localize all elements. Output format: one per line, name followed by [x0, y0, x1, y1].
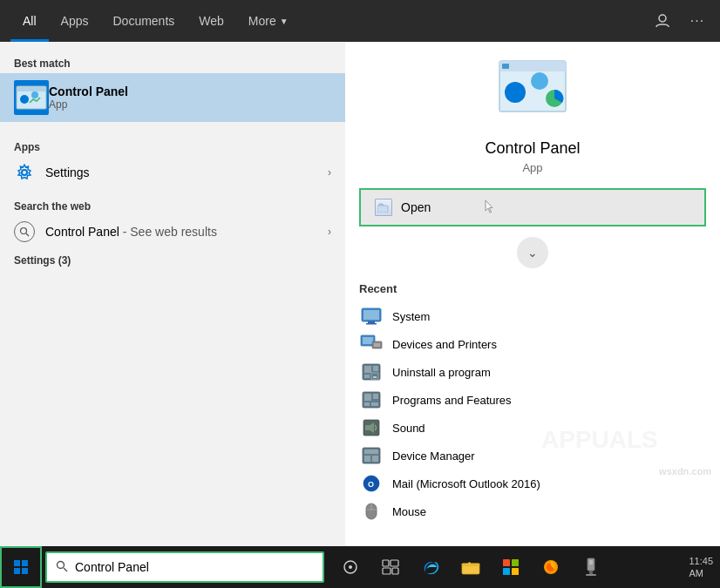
svg-rect-52: [383, 568, 391, 574]
taskbar: 11:45 AM: [0, 546, 720, 588]
recent-section: Recent System: [359, 279, 706, 525]
web-search-arrow-icon: ›: [328, 226, 331, 238]
svg-point-3: [20, 95, 29, 104]
web-search-query: Control Panel - See web results: [45, 225, 328, 239]
search-icon-svg: [56, 560, 68, 572]
svg-rect-63: [589, 571, 593, 574]
device-manager-icon: [359, 446, 384, 465]
svg-point-11: [531, 72, 548, 90]
open-icon-svg: [377, 203, 390, 213]
gear-icon: [16, 164, 33, 181]
taskbar-right: 11:45 AM: [689, 555, 720, 580]
firefox-button[interactable]: [532, 546, 570, 588]
svg-rect-33: [371, 402, 378, 406]
svg-text:O: O: [368, 480, 374, 489]
open-label: Open: [401, 200, 431, 214]
svg-rect-39: [372, 456, 378, 462]
best-match-label: Best match: [0, 52, 345, 73]
settings-list-item[interactable]: Settings ›: [0, 157, 345, 188]
file-explorer-button[interactable]: [452, 546, 490, 588]
settings-arrow-icon: ›: [328, 166, 331, 179]
nav-web-label: Web: [199, 14, 224, 28]
recent-devices-printers[interactable]: Devices and Printers: [359, 330, 706, 358]
more-chevron-icon: ▼: [280, 17, 289, 26]
nav-more[interactable]: More ▼: [236, 0, 301, 42]
sound-icon: [359, 418, 384, 437]
svg-rect-16: [363, 310, 379, 320]
device-manager-label: Device Manager: [392, 449, 475, 463]
file-explorer-icon: [461, 559, 480, 575]
nav-apps-label: Apps: [61, 14, 89, 28]
cursor-icon: [483, 199, 495, 216]
programs-icon-svg: [362, 391, 381, 409]
more-options-button[interactable]: ···: [682, 5, 713, 37]
svg-point-6: [21, 228, 27, 234]
svg-rect-58: [512, 568, 519, 575]
svg-rect-57: [503, 568, 510, 575]
task-view-icon: [343, 559, 358, 575]
svg-rect-31: [373, 394, 378, 399]
usb-drive-button[interactable]: [572, 546, 610, 588]
taskbar-search-bar[interactable]: [45, 551, 324, 583]
svg-rect-30: [364, 394, 371, 401]
recent-mouse[interactable]: Mouse: [359, 497, 706, 525]
svg-rect-64: [586, 574, 596, 576]
programs-label: Programs and Features: [392, 394, 512, 407]
user-icon-button[interactable]: [647, 5, 678, 37]
nav-all[interactable]: All: [10, 0, 49, 42]
svg-line-47: [64, 568, 67, 571]
edge-button[interactable]: [411, 546, 450, 588]
start-menu: All Apps Documents Web More ▼ ···: [0, 0, 720, 546]
recent-uninstall[interactable]: Uninstall a program: [359, 358, 706, 386]
recent-programs[interactable]: Programs and Features: [359, 386, 706, 414]
apps-label: Apps: [0, 136, 345, 157]
mouse-label: Mouse: [392, 505, 426, 518]
svg-rect-62: [589, 560, 593, 564]
svg-rect-38: [364, 456, 370, 462]
svg-rect-20: [363, 337, 373, 344]
ellipsis-icon: ···: [690, 13, 704, 29]
monitor-icon: [361, 308, 382, 325]
svg-rect-2: [17, 87, 45, 91]
appuals-watermark: APPUALS wsxdn.com: [537, 417, 711, 476]
web-search-item[interactable]: Control Panel - See web results ›: [0, 216, 345, 247]
recent-system[interactable]: System: [359, 302, 706, 330]
recent-label: Recent: [359, 279, 706, 302]
devices-printers-icon: [359, 335, 384, 354]
store-button[interactable]: [492, 546, 530, 588]
svg-rect-37: [364, 449, 378, 454]
nav-all-label: All: [23, 14, 37, 28]
nav-web[interactable]: Web: [187, 0, 236, 42]
settings-icon: [14, 162, 35, 183]
edge-icon: [422, 558, 439, 576]
nav-apps[interactable]: Apps: [49, 0, 101, 42]
watermark-logo: APPUALS: [537, 417, 711, 461]
uninstall-label: Uninstall a program: [392, 366, 491, 379]
best-match-text: Control Panel App: [49, 84, 128, 111]
taskbar-search-input[interactable]: [75, 560, 314, 574]
expand-button[interactable]: ⌄: [517, 237, 548, 268]
svg-rect-50: [383, 560, 389, 566]
user-icon: [655, 13, 670, 29]
open-icon: [375, 199, 392, 216]
app-name: Control Panel: [485, 139, 580, 158]
nav-documents-label: Documents: [112, 14, 174, 28]
start-button[interactable]: [0, 546, 42, 588]
virtual-desktop-button[interactable]: [371, 546, 410, 588]
system-label: System: [392, 310, 430, 323]
settings-group-section: Settings (3): [0, 247, 345, 270]
open-button[interactable]: Open: [359, 188, 706, 226]
task-view-button[interactable]: [331, 546, 370, 588]
best-match-item[interactable]: Control Panel App: [0, 73, 345, 122]
svg-rect-24: [364, 366, 371, 373]
web-search-text: Control Panel: [45, 225, 119, 239]
taskbar-icons: [331, 546, 610, 588]
svg-rect-56: [512, 559, 519, 566]
svg-rect-17: [368, 321, 375, 323]
magnifier-icon: [19, 226, 30, 237]
nav-documents[interactable]: Documents: [100, 0, 187, 42]
mail-icon-svg: O: [362, 475, 381, 492]
svg-point-4: [31, 91, 38, 98]
uninstall-icon: [359, 362, 384, 382]
nav-right-buttons: ···: [647, 0, 720, 42]
